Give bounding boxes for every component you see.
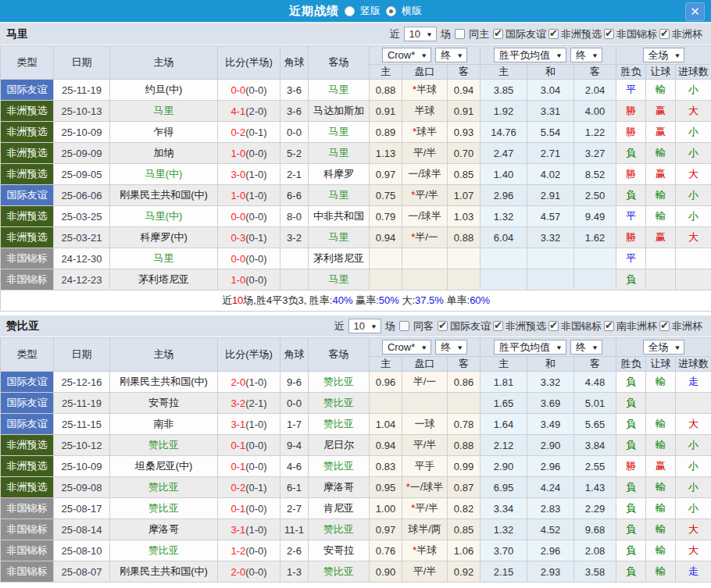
corner-score: 2-7 <box>280 498 309 519</box>
match-row: 非洲预选25-09-05马里(中)3-0(1-0)2-1科摩罗0.97一/球半0… <box>1 164 711 185</box>
near-label: 近 <box>389 27 401 41</box>
avg-final-select[interactable]: 终▼ <box>570 48 602 62</box>
match-row: 国际友谊25-11-19约旦(中)0-0(0-0)3-6马里0.88*半球0.9… <box>1 80 711 101</box>
scope-select[interactable]: 全场▼ <box>643 340 685 355</box>
league-checkbox[interactable]: ✔ <box>604 321 614 331</box>
odds-home: 0.90 <box>370 561 402 583</box>
avg-home: 2.47 <box>481 143 527 164</box>
league-checkbox[interactable]: ✔ <box>438 321 448 331</box>
portrait-radio[interactable] <box>345 6 355 16</box>
avg-draw <box>527 248 574 269</box>
match-date: 25-10-09 <box>54 456 110 477</box>
match-type-badge: 国际友谊 <box>1 393 54 414</box>
match-type-badge: 非洲预选 <box>1 206 54 227</box>
handicap: 球半/两 <box>402 519 448 540</box>
odds-company-select[interactable]: Crow*▼ <box>382 340 431 355</box>
odds-away: 0.94 <box>448 80 481 101</box>
avg-select[interactable]: 胜平负均值▼ <box>494 340 566 355</box>
handicap-result: 輸 <box>646 561 676 583</box>
halftime-score: (0-0) <box>245 84 266 96</box>
avg-away: 1.43 <box>574 477 616 498</box>
match-date: 25-08-10 <box>54 540 110 561</box>
match-score: 2-0(1-0) <box>218 372 280 393</box>
handicap-result: 輸 <box>646 540 676 561</box>
league-checkbox[interactable]: ✔ <box>548 29 559 39</box>
summary-segment: 50% <box>379 294 399 306</box>
handicap: *平/半 <box>402 185 448 206</box>
fulltime-score: 4-1 <box>230 105 245 117</box>
col-type: 类型 <box>1 46 54 80</box>
result: 平 <box>616 248 646 269</box>
match-type-badge: 非洲预选 <box>1 101 54 122</box>
odds-final-select[interactable]: 终▼ <box>435 340 467 355</box>
home-team: 马里 <box>110 101 218 122</box>
league-checkbox[interactable]: ✔ <box>604 29 614 39</box>
handicap-result: 赢 <box>646 122 676 143</box>
same-venue-label: 同客 <box>413 319 434 333</box>
same-venue-checkbox[interactable] <box>455 29 465 39</box>
col-score: 比分(半场) <box>218 338 280 372</box>
league-checkbox[interactable]: ✔ <box>659 321 670 331</box>
chevron-down-icon: ▼ <box>420 344 427 351</box>
goals-result: 大 <box>676 101 711 122</box>
home-team: 乍得 <box>110 122 218 143</box>
odds-home: 1.04 <box>370 414 402 435</box>
avg-home: 2.15 <box>481 561 527 583</box>
match-row: 非洲预选25-03-25马里(中)0-0(0-0)8-0中非共和国0.79一/球… <box>1 206 711 227</box>
landscape-radio-label[interactable]: 横版 <box>402 4 422 18</box>
handicap: 平/半 <box>402 143 448 164</box>
match-score: 0-2(0-1) <box>218 477 280 498</box>
recent-count-select[interactable]: 10 ▼ <box>404 27 437 41</box>
league-checkbox[interactable]: ✔ <box>493 29 503 39</box>
close-icon[interactable]: ✕ <box>685 2 705 21</box>
match-row: 非洲预选25-09-09加纳1-0(0-0)5-2马里1.13平/半0.702.… <box>1 143 711 164</box>
check-icon: ✔ <box>494 27 502 39</box>
goals-result: 大 <box>676 227 711 248</box>
league-filters: ✔国际友谊✔非洲预选✔非国锦标✔非洲杯 <box>493 27 703 41</box>
odds-home: 0.75 <box>370 185 402 206</box>
odds-away: 0.92 <box>448 561 481 583</box>
avg-home: 1.92 <box>481 101 527 122</box>
match-row: 非国锦标25-08-17赞比亚0-1(0-0)2-7肯尼亚1.00*平/半0.8… <box>1 498 711 519</box>
check-icon: ✔ <box>549 319 558 331</box>
result: 平 <box>616 206 646 227</box>
match-type-badge: 非洲预选 <box>1 164 54 185</box>
avg-draw: 3.32 <box>527 372 574 393</box>
league-checkbox[interactable]: ✔ <box>493 321 503 331</box>
avg-final-select[interactable]: 终▼ <box>570 340 602 355</box>
handicap-result <box>646 248 676 269</box>
handicap: 一/球半 <box>402 206 448 227</box>
away-team: 赞比亚 <box>309 372 370 393</box>
result: 負 <box>616 393 646 414</box>
odds-home: 0.89 <box>370 122 402 143</box>
scope-select[interactable]: 全场▼ <box>643 48 685 62</box>
avg-draw: 5.54 <box>527 122 574 143</box>
home-team: 马里(中) <box>110 206 218 227</box>
same-venue-checkbox[interactable] <box>399 321 409 331</box>
odds-away: 0.87 <box>448 477 481 498</box>
corner-score: 3-6 <box>280 80 309 101</box>
goals-result: 大 <box>676 519 711 540</box>
halftime-score: (0-0) <box>245 274 266 286</box>
goals-result: 大 <box>676 414 711 435</box>
avg-select[interactable]: 胜平负均值▼ <box>494 48 566 62</box>
col-date: 日期 <box>54 46 110 80</box>
league-label: 非洲杯 <box>671 319 703 333</box>
avg-home: 2.12 <box>481 435 527 456</box>
goals-result: 大 <box>676 540 711 561</box>
odds-away <box>448 269 481 290</box>
landscape-radio[interactable] <box>386 6 396 16</box>
handicap-result: 輸 <box>646 185 676 206</box>
goals-result: 小 <box>676 498 711 519</box>
handicap: *半球 <box>402 540 448 561</box>
handicap: *一/球半 <box>402 477 448 498</box>
portrait-radio-label[interactable]: 竖版 <box>360 4 381 18</box>
recent-count-select[interactable]: 10 ▼ <box>348 319 381 333</box>
away-team: 马里 <box>309 143 370 164</box>
league-checkbox[interactable]: ✔ <box>659 29 670 39</box>
odds-final-select[interactable]: 终▼ <box>435 48 467 62</box>
match-type-badge: 非国锦标 <box>1 269 54 290</box>
league-checkbox[interactable]: ✔ <box>548 321 559 331</box>
match-score: 1-0(0-0) <box>218 269 280 290</box>
odds-company-select[interactable]: Crow*▼ <box>382 48 431 62</box>
